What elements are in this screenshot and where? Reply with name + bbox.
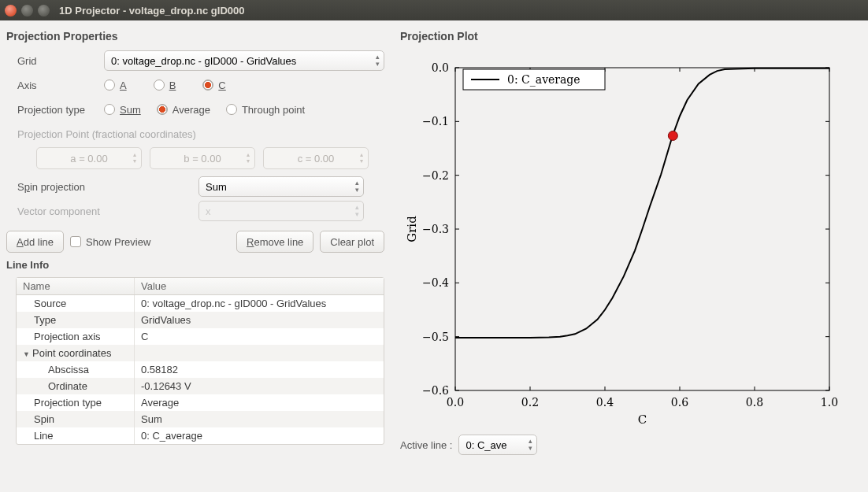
window-maximize-icon[interactable] bbox=[38, 5, 50, 17]
spinner-arrows-icon: ▴▾ bbox=[247, 152, 250, 165]
row-value bbox=[135, 345, 147, 361]
row-value: GridValues bbox=[135, 312, 197, 328]
projection-type-label: Projection type bbox=[17, 104, 104, 116]
table-row[interactable]: Source0: voltage_drop.nc - gID000 - Grid… bbox=[17, 295, 384, 312]
svg-text:C: C bbox=[638, 412, 647, 427]
ptype-radio-through-point[interactable]: Through point bbox=[226, 104, 305, 116]
projection-plot[interactable]: 0.0−0.1−0.2−0.3−0.4−0.5−0.60.00.20.40.60… bbox=[400, 52, 841, 430]
row-name: Source bbox=[34, 298, 66, 309]
col-name-header[interactable]: Name bbox=[17, 278, 135, 294]
table-row[interactable]: ▼Point coordinates bbox=[17, 345, 384, 361]
svg-text:0.4: 0.4 bbox=[596, 396, 614, 409]
add-line-button[interactable]: Add line bbox=[6, 231, 64, 253]
svg-text:0.6: 0.6 bbox=[671, 396, 688, 409]
svg-point-42 bbox=[668, 131, 677, 140]
tree-toggle-icon[interactable]: ▼ bbox=[23, 350, 31, 358]
table-row[interactable]: Line0: C_average bbox=[17, 427, 384, 444]
ppoint-c-spinner: c = 0.00▴▾ bbox=[263, 147, 369, 169]
svg-text:−0.2: −0.2 bbox=[422, 169, 449, 182]
spinner-arrows-icon: ▴▾ bbox=[360, 152, 363, 165]
axis-radio-a[interactable]: A bbox=[104, 80, 127, 91]
svg-text:0.0: 0.0 bbox=[432, 61, 449, 74]
row-value: Average bbox=[135, 394, 185, 411]
axis-label: Axis bbox=[17, 80, 104, 91]
grid-label: Grid bbox=[17, 55, 104, 67]
svg-text:0: C_average: 0: C_average bbox=[507, 73, 581, 87]
row-name: Ordinate bbox=[48, 380, 87, 392]
row-value: C bbox=[135, 328, 154, 345]
row-name: Point coordinates bbox=[32, 347, 111, 359]
row-name: Abscissa bbox=[48, 364, 89, 375]
col-value-header[interactable]: Value bbox=[135, 278, 172, 294]
window-minimize-icon[interactable] bbox=[21, 5, 33, 17]
svg-text:1.0: 1.0 bbox=[821, 396, 838, 409]
svg-text:−0.4: −0.4 bbox=[422, 276, 449, 289]
remove-line-button[interactable]: Remove line bbox=[236, 231, 313, 253]
active-line-select[interactable]: 0: C_ave bbox=[458, 435, 537, 455]
table-row[interactable]: Projection typeAverage bbox=[17, 394, 384, 411]
row-value: 0: C_average bbox=[135, 427, 209, 444]
spin-projection-select[interactable]: Sum bbox=[198, 176, 364, 197]
table-row[interactable]: TypeGridValues bbox=[17, 312, 384, 328]
window-close-icon[interactable] bbox=[5, 5, 17, 17]
svg-text:−0.5: −0.5 bbox=[422, 331, 449, 343]
svg-text:Grid: Grid bbox=[405, 216, 419, 242]
active-line-label: Active line : bbox=[400, 439, 452, 451]
row-name: Projection axis bbox=[34, 331, 101, 342]
svg-text:−0.6: −0.6 bbox=[422, 384, 449, 397]
ptype-radio-average[interactable]: Average bbox=[157, 104, 210, 116]
vector-component-label: Vector component bbox=[17, 205, 198, 217]
vector-component-select: x bbox=[198, 201, 364, 221]
table-row[interactable]: Ordinate-0.12643 V bbox=[17, 378, 384, 394]
projection-properties-title: Projection Properties bbox=[6, 30, 384, 43]
svg-text:0.8: 0.8 bbox=[746, 396, 763, 409]
grid-select[interactable]: 0: voltage_drop.nc - gID000 - GridValues bbox=[104, 50, 384, 71]
axis-radio-c[interactable]: C bbox=[202, 80, 225, 91]
row-name: Spin bbox=[34, 413, 54, 425]
window-titlebar: 1D Projector - voltage_drop.nc gID000 bbox=[0, 0, 868, 20]
svg-text:−0.1: −0.1 bbox=[422, 115, 449, 128]
row-value: Sum bbox=[135, 411, 169, 427]
row-value: 0.58182 bbox=[135, 361, 184, 378]
row-name: Line bbox=[34, 430, 54, 442]
svg-text:0.2: 0.2 bbox=[521, 396, 539, 409]
row-name: Projection type bbox=[34, 397, 102, 409]
table-row[interactable]: Projection axisC bbox=[17, 328, 384, 345]
line-info-table: Name Value Source0: voltage_drop.nc - gI… bbox=[16, 277, 384, 445]
ppoint-b-spinner: b = 0.00▴▾ bbox=[150, 147, 255, 169]
projection-plot-title: Projection Plot bbox=[400, 30, 857, 43]
svg-text:−0.3: −0.3 bbox=[422, 223, 449, 235]
row-value: -0.12643 V bbox=[135, 378, 198, 394]
table-row[interactable]: Abscissa0.58182 bbox=[17, 361, 384, 378]
clear-plot-button[interactable]: Clear plot bbox=[320, 231, 384, 253]
row-value: 0: voltage_drop.nc - gID000 - GridValues bbox=[135, 295, 332, 312]
projection-point-label: Projection Point (fractional coordinates… bbox=[17, 128, 196, 140]
svg-text:0.0: 0.0 bbox=[447, 396, 464, 409]
window-title: 1D Projector - voltage_drop.nc gID000 bbox=[59, 5, 245, 17]
ppoint-a-spinner: a = 0.00▴▾ bbox=[36, 147, 142, 169]
show-preview-checkbox[interactable]: Show Preview bbox=[70, 236, 150, 248]
spin-projection-label: Spin projection bbox=[17, 181, 198, 193]
spinner-arrows-icon: ▴▾ bbox=[133, 152, 136, 165]
table-row[interactable]: SpinSum bbox=[17, 411, 384, 427]
ptype-radio-sum[interactable]: Sum bbox=[104, 104, 141, 116]
row-name: Type bbox=[34, 314, 56, 326]
line-info-title: Line Info bbox=[6, 259, 384, 271]
axis-radio-b[interactable]: B bbox=[154, 80, 176, 91]
